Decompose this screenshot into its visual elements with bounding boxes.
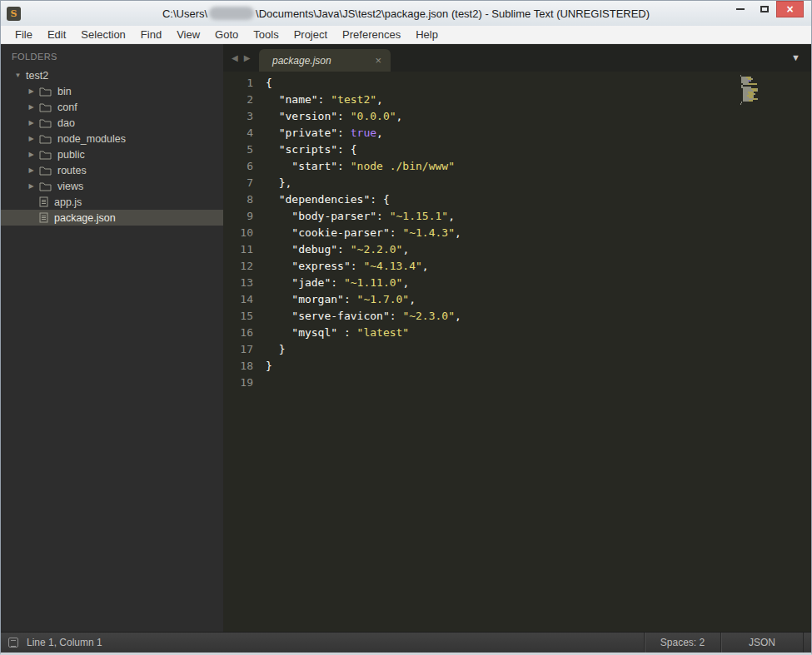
code-line-5[interactable]: 5 "scripts": {: [223, 141, 811, 158]
line-number: 9: [223, 208, 253, 225]
code-text: "version": "0.0.0",: [253, 108, 402, 125]
tab-list-dropdown-icon[interactable]: ▼: [791, 52, 800, 62]
sidebar-item-app.js[interactable]: app.js: [1, 194, 223, 210]
menu-file[interactable]: File: [7, 26, 40, 43]
code-line-19[interactable]: 19: [223, 375, 811, 391]
minimize-button[interactable]: [728, 1, 752, 17]
line-number: 4: [223, 125, 253, 141]
code-text: }: [253, 341, 285, 358]
line-number: 2: [223, 92, 253, 108]
menu-preferences[interactable]: Preferences: [335, 26, 408, 43]
tree-item-label: public: [57, 149, 85, 161]
syntax-setting[interactable]: JSON: [720, 633, 804, 653]
folder-icon: [39, 102, 52, 112]
code-text: "body-parser": "~1.15.1",: [253, 208, 455, 225]
code-line-10[interactable]: 10 "cookie-parser": "~1.4.3",: [223, 225, 811, 241]
maximize-button[interactable]: [752, 1, 776, 17]
indentation-setting[interactable]: Spaces: 2: [644, 633, 720, 653]
sidebar-item-conf[interactable]: ▶conf: [1, 99, 223, 115]
sidebar-item-routes[interactable]: ▶routes: [1, 162, 223, 178]
line-number: 1: [223, 75, 253, 92]
code-line-13[interactable]: 13 "jade": "~1.11.0",: [223, 275, 811, 291]
forward-arrow-icon[interactable]: ▶: [244, 53, 251, 62]
folder-tree: ▼test2▶bin▶conf▶dao▶node_modules▶public▶…: [1, 67, 223, 226]
code-text: "debug": "~2.2.0",: [253, 241, 409, 258]
title-suffix: \Documents\Java\JS\test2\package.json (t…: [256, 7, 650, 20]
sidebar-item-node_modules[interactable]: ▶node_modules: [1, 131, 223, 146]
chevron-down-icon: ▼: [12, 72, 23, 79]
folder-icon: [39, 150, 52, 160]
code-text: {: [253, 75, 272, 92]
code-text: "express": "~4.13.4",: [253, 258, 429, 275]
chevron-right-icon: ▶: [26, 151, 37, 158]
code-line-9[interactable]: 9 "body-parser": "~1.15.1",: [223, 208, 811, 225]
sidebar-item-dao[interactable]: ▶dao: [1, 115, 223, 131]
line-number: 5: [223, 141, 253, 158]
sidebar-item-public[interactable]: ▶public: [1, 146, 223, 162]
back-arrow-icon[interactable]: ◀: [232, 53, 238, 62]
tab-close-icon[interactable]: ×: [375, 54, 381, 67]
code-line-14[interactable]: 14 "morgan": "~1.7.0",: [223, 291, 811, 308]
menu-view[interactable]: View: [169, 26, 207, 43]
code-line-6[interactable]: 6 "start": "node ./bin/www": [223, 158, 811, 175]
code-line-3[interactable]: 3 "version": "0.0.0",: [223, 108, 811, 125]
code-line-2[interactable]: 2 "name": "test2",: [223, 92, 811, 108]
line-number: 8: [223, 191, 253, 208]
menu-selection[interactable]: Selection: [73, 26, 132, 43]
menu-find[interactable]: Find: [133, 26, 169, 43]
sidebar-item-views[interactable]: ▶views: [1, 178, 223, 194]
sublime-app-icon: S: [7, 7, 21, 21]
sidebar: FOLDERS ▼test2▶bin▶conf▶dao▶node_modules…: [1, 44, 223, 632]
menu-goto[interactable]: Goto: [207, 26, 246, 43]
code-line-18[interactable]: 18}: [223, 358, 811, 375]
status-icon[interactable]: [8, 638, 18, 648]
sidebar-item-package.json[interactable]: package.json: [1, 210, 223, 226]
close-button[interactable]: ×: [776, 1, 804, 17]
code-line-1[interactable]: 1{: [223, 75, 811, 92]
maximize-icon: [760, 6, 769, 12]
code-text: },: [253, 175, 291, 191]
code-text: }: [253, 358, 272, 375]
code-text: "morgan": "~1.7.0",: [253, 291, 416, 308]
sidebar-item-test2[interactable]: ▼test2: [1, 67, 223, 83]
code-text: "dependencies": {: [253, 191, 390, 208]
tab-package.json[interactable]: package.json×: [259, 49, 391, 72]
line-number: 19: [223, 375, 253, 391]
file-icon: [39, 212, 48, 223]
code-line-11[interactable]: 11 "debug": "~2.2.0",: [223, 241, 811, 258]
code-editor[interactable]: 1{2 "name": "test2",3 "version": "0.0.0"…: [223, 72, 811, 632]
line-number: 3: [223, 108, 253, 125]
tree-item-label: views: [57, 181, 83, 192]
code-line-17[interactable]: 17 }: [223, 341, 811, 358]
line-number: 15: [223, 308, 253, 325]
folder-icon: [39, 87, 52, 97]
title-bar: S C:\Users\\Documents\Java\JS\test2\pack…: [1, 1, 811, 26]
line-number: 14: [223, 291, 253, 308]
menu-edit[interactable]: Edit: [40, 26, 73, 43]
code-line-15[interactable]: 15 "serve-favicon": "~2.3.0",: [223, 308, 811, 325]
code-line-8[interactable]: 8 "dependencies": {: [223, 191, 811, 208]
tree-item-label: dao: [57, 117, 75, 129]
line-number: 6: [223, 158, 253, 175]
chevron-right-icon: ▶: [26, 87, 37, 95]
code-line-12[interactable]: 12 "express": "~4.13.4",: [223, 258, 811, 275]
code-line-16[interactable]: 16 "mysql" : "latest": [223, 325, 811, 341]
code-line-7[interactable]: 7 },: [223, 175, 811, 191]
menu-tools[interactable]: Tools: [246, 26, 286, 43]
line-number: 12: [223, 258, 253, 275]
line-number: 17: [223, 341, 253, 358]
menu-project[interactable]: Project: [286, 26, 335, 43]
menu-help[interactable]: Help: [408, 26, 446, 43]
tab-nav-arrows: ◀▶: [232, 53, 256, 62]
code-text: [253, 375, 266, 391]
sidebar-item-bin[interactable]: ▶bin: [1, 83, 223, 99]
minimap[interactable]: [740, 75, 764, 107]
folders-header: FOLDERS: [1, 44, 223, 67]
code-text: "start": "node ./bin/www": [253, 158, 455, 175]
status-bar: Line 1, Column 1 Spaces: 2 JSON: [1, 632, 811, 653]
code-text: "scripts": {: [253, 141, 357, 158]
tab-bar: ◀▶ package.json× ▼: [223, 44, 811, 72]
code-line-4[interactable]: 4 "private": true,: [223, 125, 811, 141]
minimize-icon: [736, 8, 745, 10]
tree-item-label: conf: [57, 102, 77, 113]
